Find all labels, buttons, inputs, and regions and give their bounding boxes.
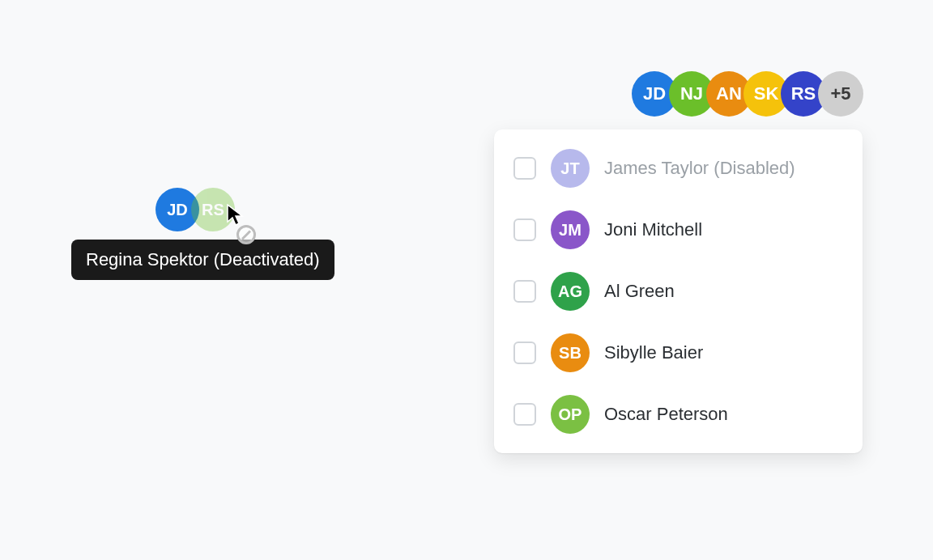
user-name: Joni Mitchell xyxy=(604,219,702,240)
checkbox xyxy=(513,157,536,180)
checkbox[interactable] xyxy=(513,403,536,426)
user-name: Al Green xyxy=(604,281,675,302)
avatar: JM xyxy=(551,210,590,249)
checkbox[interactable] xyxy=(513,218,536,241)
avatar-row: JD NJ AN SK RS +5 xyxy=(632,71,863,117)
avatar: SB xyxy=(551,333,590,372)
user-picker-panel: JT James Taylor (Disabled) JM Joni Mitch… xyxy=(494,129,863,453)
avatar: AG xyxy=(551,272,590,311)
list-item[interactable]: AG Al Green xyxy=(502,261,854,322)
list-item[interactable]: SB Sibylle Baier xyxy=(502,322,854,384)
avatar-deactivated[interactable]: RS xyxy=(191,188,235,231)
avatar: JT xyxy=(551,149,590,188)
checkbox[interactable] xyxy=(513,342,536,364)
list-item[interactable]: JM Joni Mitchell xyxy=(502,199,854,261)
tooltip: Regina Spektor (Deactivated) xyxy=(71,240,334,280)
avatar-overflow[interactable]: +5 xyxy=(818,71,863,117)
list-item[interactable]: OP Oscar Peterson xyxy=(502,384,854,445)
user-name: Sibylle Baier xyxy=(604,342,703,363)
list-item-disabled: JT James Taylor (Disabled) xyxy=(502,138,854,199)
checkbox[interactable] xyxy=(513,280,536,303)
avatar-stack-small: JD RS xyxy=(156,188,227,231)
user-name: Oscar Peterson xyxy=(604,404,728,425)
user-name: James Taylor (Disabled) xyxy=(604,158,795,179)
avatar: OP xyxy=(551,395,590,434)
